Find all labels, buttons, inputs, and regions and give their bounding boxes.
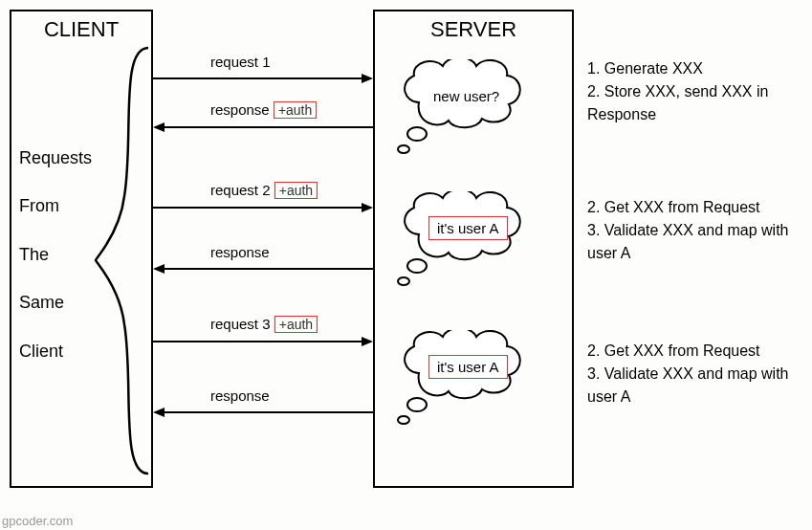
cloud-text: it's user A (428, 355, 508, 379)
curly-brace-icon (91, 43, 158, 478)
side-label-line: Same (19, 278, 92, 326)
cloud-text: it's user A (428, 216, 508, 240)
side-label-line: From (19, 182, 92, 230)
arrow-label-text: request 2 (210, 182, 274, 198)
note-line: 3. Validate XXX and map with user A (587, 363, 802, 409)
note-line: 2. Store XXX, send XXX in Response (587, 80, 802, 126)
arrow-request-1: request 1 (153, 54, 373, 89)
svg-marker-3 (153, 122, 165, 132)
svg-point-17 (398, 416, 409, 424)
arrow-label: response (153, 387, 373, 406)
arrow-response-3: response (153, 387, 373, 423)
svg-point-14 (407, 259, 427, 273)
arrow-label: response (153, 244, 373, 262)
arrow-label: request 1 (153, 54, 373, 72)
auth-badge: +auth (274, 101, 317, 119)
arrow-left-icon (153, 406, 373, 419)
arrow-left-icon (153, 121, 373, 134)
arrow-request-3: request 3 +auth (153, 316, 373, 352)
notes-block-3: 2. Get XXX from Request 3. Validate XXX … (587, 340, 802, 409)
side-label-line: Client (19, 327, 92, 375)
svg-marker-5 (362, 203, 373, 212)
arrow-right-icon (153, 335, 373, 348)
cloud-icon (390, 330, 558, 431)
arrow-response-1: response +auth (153, 101, 373, 138)
arrow-label: response +auth (153, 101, 373, 121)
arrow-request-2: request 2 +auth (153, 182, 373, 218)
thought-cloud-3: it's user A (390, 330, 558, 431)
arrow-right-icon (153, 201, 373, 214)
server-title: SERVER (375, 11, 572, 42)
side-label-line: Requests (19, 134, 92, 182)
svg-marker-7 (153, 264, 165, 274)
cloud-icon (390, 59, 558, 160)
svg-point-16 (407, 398, 427, 411)
watermark: gpcoder.com (2, 514, 73, 528)
arrow-left-icon (153, 262, 373, 276)
auth-badge: +auth (274, 182, 318, 199)
note-line: 3. Validate XXX and map with user A (587, 219, 802, 265)
arrow-label-text: request 3 (210, 316, 274, 332)
arrow-label: request 2 +auth (153, 182, 373, 201)
side-label-line: The (19, 231, 92, 278)
arrow-label: request 3 +auth (153, 316, 373, 335)
svg-marker-1 (362, 74, 373, 83)
auth-badge: +auth (274, 316, 318, 333)
notes-block-1: 1. Generate XXX 2. Store XXX, send XXX i… (587, 57, 802, 126)
side-label: Requests From The Same Client (19, 134, 92, 375)
note-line: 2. Get XXX from Request (587, 340, 802, 363)
svg-marker-11 (153, 408, 165, 417)
svg-point-13 (398, 145, 409, 153)
arrow-label-text: response (210, 101, 274, 118)
arrow-response-2: response (153, 244, 373, 279)
cloud-text: new user? (433, 88, 499, 104)
svg-point-15 (398, 277, 409, 285)
cloud-icon (390, 191, 558, 292)
svg-marker-9 (362, 337, 373, 346)
svg-point-12 (407, 127, 427, 141)
note-line: 2. Get XXX from Request (587, 196, 802, 219)
notes-block-2: 2. Get XXX from Request 3. Validate XXX … (587, 196, 802, 265)
note-line: 1. Generate XXX (587, 57, 802, 80)
thought-cloud-1: new user? (390, 59, 558, 160)
thought-cloud-2: it's user A (390, 191, 558, 292)
client-title: CLIENT (11, 11, 151, 42)
arrow-right-icon (153, 72, 373, 85)
